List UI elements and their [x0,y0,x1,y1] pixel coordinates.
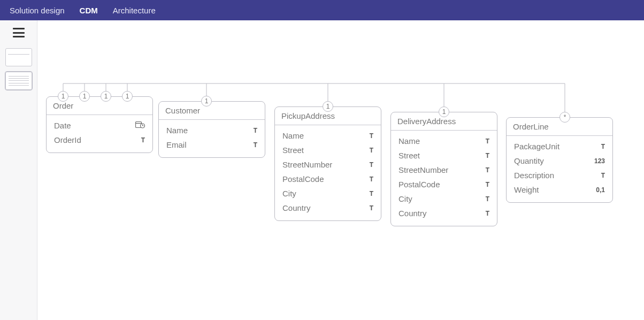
cardinality-badge: 1 [58,91,68,102]
attribute-name: Street [398,151,420,160]
entity-attributes: NameTEmailT [159,120,265,157]
attribute-row[interactable]: StreetT [275,143,381,157]
workspace: OrderDateOrderIdTCustomerNameTEmailTPick… [0,20,644,320]
cardinality-badge: 1 [323,101,333,112]
attribute-name: StreetNumber [282,160,332,169]
nav-item-architecture[interactable]: Architecture [113,6,156,15]
nav-item-solution-design[interactable]: Solution design [10,6,65,15]
top-nav: Solution design CDM Architecture [0,0,644,20]
attribute-row[interactable]: CountryT [391,206,497,220]
attribute-row[interactable]: NameT [391,134,497,148]
attribute-row[interactable]: StreetT [391,148,497,163]
attribute-name: Name [282,131,304,140]
attribute-row[interactable]: Quantity123 [507,154,612,168]
attribute-row[interactable]: NameT [275,128,381,143]
cardinality-badge: 1 [201,96,212,106]
sidebar [0,20,37,320]
attribute-type-icon: T [477,152,489,159]
sidebar-thumb-list[interactable] [5,72,32,90]
attribute-row[interactable]: StreetNumberT [391,163,497,177]
diagram-canvas[interactable]: OrderDateOrderIdTCustomerNameTEmailTPick… [37,20,644,320]
attribute-type-icon: T [361,132,373,140]
attribute-type-icon: T [361,204,373,212]
attribute-type-icon: T [477,166,489,174]
attribute-name: Name [398,136,420,146]
entity-orderline[interactable]: OrderLinePackageUnitTQuantity123Descript… [506,117,613,203]
attribute-name: City [398,194,412,203]
attribute-type-icon: T [244,141,257,149]
entity-pickup[interactable]: PickupAddressNameTStreetTStreetNumberTPo… [274,106,381,221]
entity-attributes: NameTStreetTStreetNumberTPostalCodeTCity… [391,131,497,226]
attribute-row[interactable]: StreetNumberT [275,157,381,172]
attribute-name: OrderId [54,135,81,144]
attribute-row[interactable]: DescriptionT [507,168,612,182]
attribute-name: Email [166,140,187,149]
attribute-type-icon: T [477,195,489,203]
cardinality-badge: 1 [122,91,133,102]
attribute-name: Street [282,146,304,155]
attribute-type-icon: T [592,172,605,179]
cardinality-badge: 1 [101,91,111,102]
attribute-name: Country [398,209,427,218]
attribute-row[interactable]: PostalCodeT [391,177,497,192]
attribute-type-icon: T [477,181,489,188]
attribute-type-icon: T [132,136,145,144]
attribute-name: PackageUnit [514,142,559,151]
attribute-name: Quantity [514,156,544,165]
entity-title: Customer [159,102,265,120]
sidebar-thumb-entity[interactable] [5,48,32,66]
attribute-type-icon: 123 [592,157,605,165]
attribute-row[interactable]: PackageUnitT [507,139,612,154]
attribute-type-icon: T [361,161,373,169]
attribute-row[interactable]: CityT [275,186,381,201]
attribute-type-icon: T [361,190,373,197]
entity-order[interactable]: OrderDateOrderIdT [46,96,153,153]
entity-attributes: DateOrderIdT [47,115,152,153]
entity-delivery[interactable]: DeliveryAddressNameTStreetTStreetNumberT… [390,112,497,226]
attribute-name: Description [514,171,554,180]
attribute-name: Date [54,121,71,130]
attribute-row[interactable]: Weight0,1 [507,182,612,197]
attribute-type-icon: T [477,138,489,145]
attribute-type-icon: T [592,143,605,150]
attribute-row[interactable]: EmailT [159,138,265,152]
attribute-name: Weight [514,185,539,194]
attribute-name: PostalCode [282,174,324,184]
cardinality-badge: * [559,112,570,123]
nav-item-cdm[interactable]: CDM [80,6,98,15]
attribute-row[interactable]: Date [47,118,152,133]
attribute-row[interactable]: CountryT [275,201,381,215]
datetime-icon [135,121,145,128]
attribute-type-icon: 0,1 [592,186,605,194]
attribute-type-icon: T [361,176,373,183]
entity-attributes: PackageUnitTQuantity123DescriptionTWeigh… [507,136,612,202]
attribute-row[interactable]: NameT [159,123,265,138]
attribute-type-icon: T [244,127,257,134]
entity-customer[interactable]: CustomerNameTEmailT [158,101,265,158]
attribute-name: Country [282,203,311,212]
attribute-name: Name [166,126,188,135]
attribute-name: StreetNumber [398,165,448,174]
attribute-row[interactable]: OrderIdT [47,133,152,147]
cardinality-badge: 1 [79,91,90,102]
attribute-type-icon [132,121,145,130]
attribute-name: City [282,189,296,198]
entity-title: OrderLine [507,118,612,136]
attribute-name: PostalCode [398,180,440,189]
attribute-row[interactable]: PostalCodeT [275,172,381,186]
attribute-type-icon: T [361,147,373,154]
entity-attributes: NameTStreetTStreetNumberTPostalCodeTCity… [275,125,381,220]
attribute-type-icon: T [477,210,489,217]
attribute-row[interactable]: CityT [391,192,497,206]
hamburger-icon[interactable] [13,28,25,37]
cardinality-badge: 1 [439,106,449,117]
